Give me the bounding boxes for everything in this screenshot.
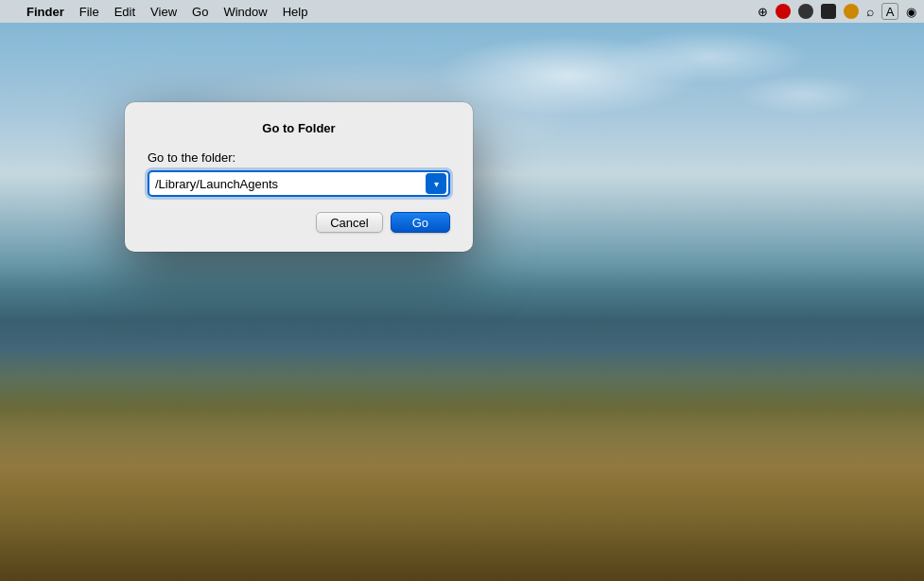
search-icon[interactable]: ⌕ <box>866 4 874 19</box>
dialog-buttons: Cancel Go <box>148 212 450 233</box>
go-to-folder-dialog: Go to Folder Go to the folder: ▾ Cancel … <box>125 102 473 252</box>
menubar: Go to Folder Finder File Edit View Go Wi… <box>0 0 924 23</box>
finder-menu[interactable]: Finder <box>26 5 64 19</box>
shield-icon <box>776 4 791 19</box>
go-menu[interactable]: Go <box>192 5 208 19</box>
dropdown-arrow[interactable]: ▾ <box>426 173 446 194</box>
star-icon <box>844 4 859 19</box>
edit-menu[interactable]: Edit <box>114 5 135 19</box>
go-button[interactable]: Go <box>391 212 450 233</box>
folder-path-input[interactable] <box>148 170 450 197</box>
folder-label: Go to the folder: <box>148 150 450 165</box>
target-icon <box>798 4 813 19</box>
dialog-overlay: Go to Folder Go to the folder: ▾ Cancel … <box>0 0 924 581</box>
menubar-left: Go to Folder Finder File Edit View Go Wi… <box>8 5 307 19</box>
wifi-icon: ◉ <box>906 5 916 19</box>
radial-icon: ⊕ <box>758 5 768 19</box>
dialog-title: Go to Folder <box>148 121 450 135</box>
cancel-button[interactable]: Cancel <box>316 212 382 233</box>
help-menu[interactable]: Help <box>283 5 308 19</box>
text-icon: A <box>881 3 898 20</box>
menubar-right: ⊕ ⌕ A ◉ <box>758 3 916 20</box>
window-menu[interactable]: Window <box>223 5 267 19</box>
chevron-down-icon: ▾ <box>434 179 439 189</box>
file-menu[interactable]: File <box>79 5 99 19</box>
input-wrapper: ▾ <box>148 170 450 197</box>
view-menu[interactable]: View <box>150 5 177 19</box>
camera-icon <box>821 4 836 19</box>
